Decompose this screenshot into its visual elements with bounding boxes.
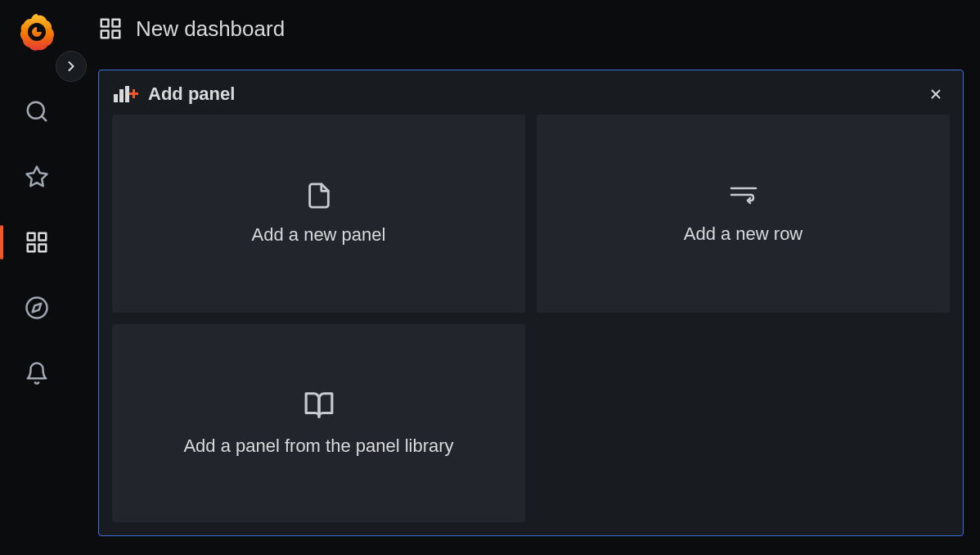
close-icon bbox=[928, 87, 943, 102]
nav-search[interactable] bbox=[16, 91, 57, 132]
nav-starred[interactable] bbox=[16, 156, 57, 197]
svg-rect-17 bbox=[129, 92, 138, 95]
page-header: New dashboard bbox=[74, 0, 980, 57]
card-header: Add panel bbox=[109, 80, 953, 111]
compass-icon bbox=[25, 296, 49, 320]
book-icon bbox=[303, 390, 335, 421]
svg-rect-10 bbox=[113, 20, 120, 27]
svg-rect-4 bbox=[39, 233, 47, 241]
add-from-library-option[interactable]: Add a panel from the panel library bbox=[112, 324, 525, 522]
card-body: Add a new panel Add a new row bbox=[109, 111, 953, 526]
add-new-panel-option[interactable]: Add a new panel bbox=[112, 115, 525, 313]
svg-point-7 bbox=[27, 298, 47, 318]
option-label: Add a new panel bbox=[252, 224, 386, 246]
search-icon bbox=[25, 99, 49, 124]
svg-rect-15 bbox=[125, 86, 129, 102]
sidebar-expand-button[interactable] bbox=[56, 51, 87, 82]
svg-rect-14 bbox=[119, 89, 124, 102]
svg-rect-13 bbox=[114, 94, 118, 102]
bell-icon bbox=[25, 361, 49, 386]
sidebar-nav bbox=[0, 0, 74, 555]
nav-dashboards[interactable] bbox=[16, 222, 57, 263]
page-title: New dashboard bbox=[136, 16, 285, 42]
svg-rect-11 bbox=[113, 31, 120, 38]
add-panel-card: Add panel Add a new panel bbox=[98, 70, 964, 536]
close-button[interactable] bbox=[925, 83, 946, 105]
nav-explore[interactable] bbox=[16, 287, 57, 328]
option-label: Add a new row bbox=[684, 223, 803, 245]
chevron-right-icon bbox=[63, 58, 79, 74]
file-icon bbox=[305, 182, 333, 210]
add-new-row-option[interactable]: Add a new row bbox=[537, 115, 950, 313]
svg-line-1 bbox=[42, 116, 46, 120]
svg-marker-2 bbox=[27, 167, 47, 187]
wrap-text-icon bbox=[729, 183, 758, 209]
empty-slot bbox=[537, 324, 950, 522]
svg-marker-8 bbox=[33, 304, 42, 313]
grafana-logo[interactable] bbox=[19, 12, 55, 52]
content-area: Add panel Add a new panel bbox=[74, 57, 980, 555]
card-title: Add panel bbox=[148, 83, 235, 105]
svg-rect-3 bbox=[28, 233, 35, 241]
nav-alerting[interactable] bbox=[16, 353, 57, 394]
main-area: New dashboard Add panel bbox=[74, 0, 980, 555]
dashboard-icon bbox=[25, 230, 49, 255]
svg-rect-12 bbox=[101, 31, 109, 38]
option-label: Add a panel from the panel library bbox=[183, 435, 453, 457]
svg-rect-9 bbox=[101, 20, 109, 27]
star-icon bbox=[25, 165, 49, 189]
add-panel-icon bbox=[112, 84, 140, 104]
svg-rect-6 bbox=[28, 245, 35, 252]
svg-rect-5 bbox=[39, 245, 47, 252]
dashboard-icon bbox=[98, 16, 123, 41]
